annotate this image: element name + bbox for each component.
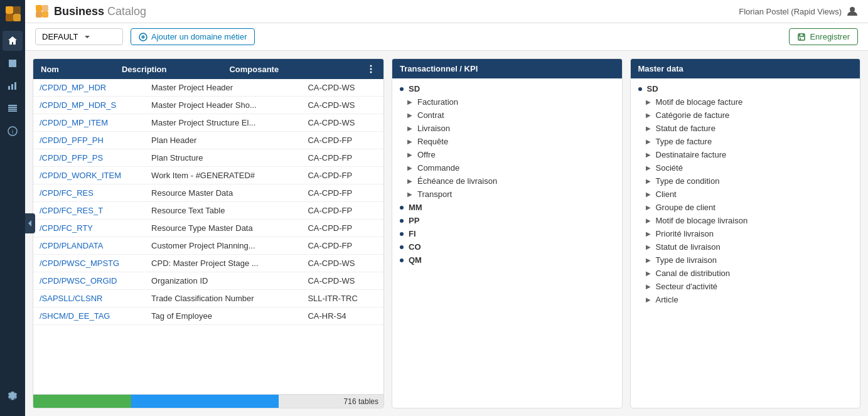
tree-item[interactable]: ▶ Facturation xyxy=(392,95,622,109)
save-button[interactable]: Enregistrer xyxy=(789,28,858,45)
tree-item[interactable]: ▶ Motif de blocage livraison xyxy=(631,214,860,227)
tree-label: Statut de facture xyxy=(656,124,715,133)
cell-nom: /CPD/PWSC_MPSTG xyxy=(33,255,145,272)
tree-label: Offre xyxy=(417,150,436,159)
sidebar-item-table[interactable] xyxy=(3,99,23,119)
tree-label: Motif de blocage facture xyxy=(656,97,743,107)
table-row[interactable]: /CPD/D_WORK_ITEM Work Item - #GENERATED#… xyxy=(33,167,383,184)
tree-item[interactable]: ▶ Type de facture xyxy=(631,135,860,148)
table-row[interactable]: /CPD/D_MP_ITEM Master Project Structure … xyxy=(33,114,383,132)
tree-item[interactable]: ▶ Transport xyxy=(392,188,622,201)
main-content: Business Catalog Florian Postel (Rapid V… xyxy=(25,0,868,416)
svg-text:i: i xyxy=(12,129,13,135)
table-row[interactable]: /CPD/PLANDATA Customer Project Planning.… xyxy=(33,237,383,255)
cell-nom: /CPD/D_PFP_PH xyxy=(33,132,145,149)
table-row[interactable]: /CPD/FC_RTY Resource Type Master Data CA… xyxy=(33,220,383,237)
tree-label: Priorité livraison xyxy=(656,229,714,238)
cell-description: Master Project Header xyxy=(145,79,301,97)
tree-item[interactable]: PP xyxy=(392,214,622,227)
tree-arrow-icon: ▶ xyxy=(407,99,412,105)
cell-composante: CA-CPD-WS xyxy=(301,255,383,272)
tree-item[interactable]: ▶ Client xyxy=(631,188,860,201)
cell-composante: CA-CPD-FP xyxy=(301,167,383,184)
tree-item[interactable]: ▶ Motif de blocage facture xyxy=(631,95,860,109)
tree-item[interactable]: ▶ Secteur d'activité xyxy=(631,280,860,293)
tree-item[interactable]: MM xyxy=(392,201,622,214)
tree-label: Secteur d'activité xyxy=(656,282,718,291)
table-row[interactable]: /CPD/FC_RES Resource Master Data CA-CPD-… xyxy=(33,184,383,202)
table-row[interactable]: /CPD/PWSC_MPSTG CPD: Master Project Stag… xyxy=(33,255,383,272)
cell-description: Master Project Header Sho... xyxy=(145,97,301,114)
table-row[interactable]: /CPD/D_MP_HDR_S Master Project Header Sh… xyxy=(33,97,383,114)
tree-arrow-icon: ▶ xyxy=(646,270,651,277)
top-header: Business Catalog Florian Postel (Rapid V… xyxy=(25,0,868,23)
main-panel-header: Nom Description Composante xyxy=(33,59,383,79)
tree-dot xyxy=(400,232,404,236)
cell-description: Resource Text Table xyxy=(145,202,301,220)
table-row[interactable]: /CPD/PWSC_ORGID Organization ID CA-CPD-W… xyxy=(33,272,383,290)
tree-item[interactable]: FI xyxy=(392,227,622,240)
svg-rect-4 xyxy=(8,86,10,90)
tree-arrow-icon: ▶ xyxy=(407,125,412,132)
tree-arrow-icon: ▶ xyxy=(407,151,412,158)
tree-item[interactable]: ▶ Catégorie de facture xyxy=(631,109,860,122)
tree-item[interactable]: ▶ Article xyxy=(631,293,860,306)
table-row[interactable]: /CPD/FC_RES_T Resource Text Table CA-CPD… xyxy=(33,202,383,220)
tree-label: Contrat xyxy=(417,110,444,120)
tree-item[interactable]: ▶ Type de livraison xyxy=(631,253,860,267)
tree-label: Commande xyxy=(417,163,459,173)
cell-description: Plan Header xyxy=(145,132,301,149)
tree-item[interactable]: ▶ Offre xyxy=(392,148,622,161)
tree-item[interactable]: ▶ Livraison xyxy=(392,122,622,135)
main-table: /CPD/D_MP_HDR Master Project Header CA-C… xyxy=(33,79,383,325)
tree-item[interactable]: ▶ Priorité livraison xyxy=(631,227,860,240)
sidebar-item-chart[interactable] xyxy=(3,76,23,96)
tree-arrow-icon: ▶ xyxy=(646,230,651,237)
user-name: Florian Postel (Rapid Views) xyxy=(739,7,842,16)
user-info: Florian Postel (Rapid Views) xyxy=(739,6,858,17)
sidebar-toggle[interactable] xyxy=(25,213,35,233)
tree-item[interactable]: ▶ Statut de livraison xyxy=(631,240,860,253)
tree-item[interactable]: ▶ Société xyxy=(631,161,860,174)
tree-item[interactable]: ▶ Échéance de livraison xyxy=(392,174,622,188)
chevron-down-icon xyxy=(83,33,91,41)
tree-label: Motif de blocage livraison xyxy=(656,216,748,225)
sidebar-item-book[interactable] xyxy=(3,53,23,73)
table-row[interactable]: /CPD/D_PFP_PS Plan Structure CA-CPD-FP xyxy=(33,149,383,167)
cell-composante: CA-HR-S4 xyxy=(301,307,383,325)
sidebar-item-info[interactable]: i xyxy=(3,121,23,141)
tree-item[interactable]: CO xyxy=(392,240,622,253)
tree-label: Type de livraison xyxy=(656,255,717,265)
tree-arrow-icon: ▶ xyxy=(407,191,412,198)
tree-item[interactable]: SD xyxy=(392,82,622,95)
domain-select[interactable]: DEFAULT xyxy=(35,28,123,45)
tree-item[interactable]: ▶ Commande xyxy=(392,161,622,174)
sidebar-item-settings[interactable] xyxy=(3,386,23,406)
tree-label: PP xyxy=(409,216,419,225)
tree-item[interactable]: ▶ Canal de distribution xyxy=(631,267,860,280)
cell-description: Resource Master Data xyxy=(145,184,301,202)
tree-arrow-icon: ▶ xyxy=(646,283,651,290)
tree-item[interactable]: ▶ Statut de facture xyxy=(631,122,860,135)
tree-item[interactable]: ▶ Groupe de client xyxy=(631,201,860,214)
sidebar-item-home[interactable] xyxy=(3,31,23,51)
tree-item[interactable]: ▶ Destinataire facture xyxy=(631,148,860,161)
tree-item[interactable]: ▶ Contrat xyxy=(392,109,622,122)
cell-nom: /CPD/D_MP_ITEM xyxy=(33,114,145,132)
tree-item[interactable]: ▶ Requête xyxy=(392,135,622,148)
col-composante-header: Composante xyxy=(229,65,279,74)
table-row[interactable]: /CPD/D_PFP_PH Plan Header CA-CPD-FP xyxy=(33,132,383,149)
table-row[interactable]: /CPD/D_MP_HDR Master Project Header CA-C… xyxy=(33,79,383,97)
cell-nom: /CPD/D_WORK_ITEM xyxy=(33,167,145,184)
tree-item[interactable]: SD xyxy=(631,82,860,95)
table-row[interactable]: /SHCM/D_EE_TAG Tag of Employee CA-HR-S4 xyxy=(33,307,383,325)
cell-nom: /CPD/PWSC_ORGID xyxy=(33,272,145,290)
tree-dot xyxy=(400,245,404,249)
tree-item[interactable]: ▶ Type de condition xyxy=(631,174,860,188)
cell-composante: CA-CPD-WS xyxy=(301,79,383,97)
more-options-icon[interactable] xyxy=(366,64,376,74)
tree-item[interactable]: QM xyxy=(392,253,622,267)
add-domain-button[interactable]: Ajouter un domaine métier xyxy=(131,28,255,45)
table-row[interactable]: /SAPSLL/CLSNR Trade Classification Numbe… xyxy=(33,290,383,307)
tree-dot xyxy=(400,206,404,210)
